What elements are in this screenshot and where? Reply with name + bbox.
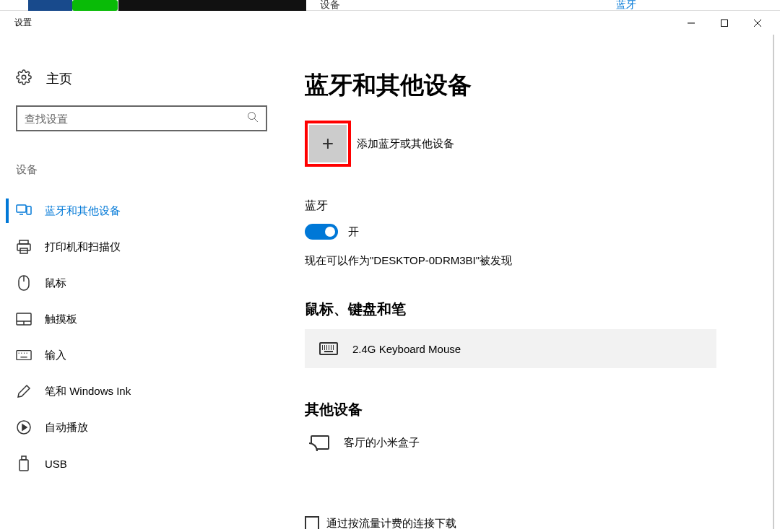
sidebar-item-label: 触摸板	[45, 313, 77, 326]
svg-rect-7	[17, 205, 26, 212]
home-link[interactable]: 主页	[6, 69, 273, 88]
bluetooth-subheading: 蓝牙	[305, 199, 750, 214]
device-name: 客厅的小米盒子	[344, 436, 420, 450]
svg-point-4	[22, 75, 26, 79]
svg-line-6	[254, 118, 258, 122]
sidebar-item-label: 输入	[45, 349, 66, 362]
bluetooth-toggle[interactable]	[305, 224, 338, 240]
sidebar-item-label: 打印机和扫描仪	[45, 240, 121, 254]
devices-icon	[16, 204, 32, 217]
touchpad-icon	[16, 313, 32, 326]
maximize-button[interactable]	[708, 11, 741, 35]
sidebar-item-label: 自动播放	[45, 421, 88, 435]
svg-marker-25	[22, 424, 27, 430]
search-input[interactable]	[25, 113, 247, 125]
section-other-devices: 其他设备	[305, 400, 750, 419]
sidebar-item-pen[interactable]: 笔和 Windows Ink	[6, 373, 273, 409]
sidebar-item-typing[interactable]: 输入	[6, 337, 273, 373]
metered-download-row: 通过按流量计费的连接下载	[305, 516, 750, 529]
main-content: 蓝牙和其他设备 + 添加蓝牙或其他设备 蓝牙 开 现在可以作为"DESKTOP-…	[273, 35, 774, 529]
discoverable-text: 现在可以作为"DESKTOP-0DRM3BI"被发现	[305, 254, 750, 268]
sidebar: 主页 设备 蓝牙和其他设备 打印机和扫描仪	[6, 35, 273, 529]
sidebar-item-usb[interactable]: USB	[6, 445, 273, 481]
device-name: 2.4G Keyboard Mouse	[352, 343, 461, 355]
sidebar-item-label: 蓝牙和其他设备	[45, 204, 121, 218]
window-title: 设置	[14, 17, 32, 29]
background-tab-label: 蓝牙	[616, 0, 636, 12]
svg-rect-27	[20, 460, 28, 471]
titlebar: 设置	[6, 11, 774, 35]
search-icon	[247, 111, 259, 126]
taskbar-tile	[28, 0, 72, 11]
background-tab-label: 设备	[320, 0, 340, 12]
sidebar-item-autoplay[interactable]: 自动播放	[6, 409, 273, 445]
keyboard-icon	[16, 349, 32, 361]
sidebar-category: 设备	[6, 163, 273, 177]
add-device-button[interactable]: +	[309, 125, 347, 162]
device-item-other[interactable]: 客厅的小米盒子	[305, 429, 716, 455]
keyboard-icon	[319, 342, 338, 355]
printer-icon	[16, 240, 32, 254]
sidebar-item-printers[interactable]: 打印机和扫描仪	[6, 229, 273, 265]
svg-rect-1	[722, 19, 728, 26]
device-item-keyboard[interactable]: 2.4G Keyboard Mouse	[305, 329, 716, 368]
cast-device-icon	[311, 435, 329, 450]
svg-rect-18	[17, 351, 31, 360]
add-device-label: 添加蓝牙或其他设备	[357, 137, 454, 151]
search-box[interactable]	[16, 105, 267, 131]
sidebar-item-label: USB	[45, 458, 67, 470]
sidebar-item-mouse[interactable]: 鼠标	[6, 265, 273, 301]
sidebar-item-label: 鼠标	[45, 276, 66, 290]
svg-rect-11	[17, 244, 30, 250]
minimize-button[interactable]	[675, 11, 708, 35]
toggle-knob	[325, 227, 335, 237]
close-button[interactable]	[741, 11, 774, 35]
autoplay-icon	[16, 420, 32, 435]
page-title: 蓝牙和其他设备	[305, 69, 750, 102]
svg-rect-9	[27, 206, 31, 214]
metered-download-checkbox[interactable]	[305, 516, 319, 529]
sidebar-item-bluetooth-devices[interactable]: 蓝牙和其他设备	[6, 193, 273, 229]
toggle-state-label: 开	[348, 225, 359, 239]
metered-download-label: 通过按流量计费的连接下载	[326, 517, 456, 530]
pen-icon	[16, 384, 32, 398]
section-mouse-keyboard-pen: 鼠标、键盘和笔	[305, 300, 750, 319]
sidebar-item-touchpad[interactable]: 触摸板	[6, 301, 273, 337]
add-device-row: + 添加蓝牙或其他设备	[305, 121, 750, 167]
plus-icon: +	[322, 134, 334, 154]
usb-icon	[16, 455, 32, 471]
add-device-highlight: +	[305, 121, 351, 167]
taskbar-tile	[72, 0, 118, 11]
home-label: 主页	[46, 70, 72, 87]
mouse-icon	[16, 275, 32, 291]
gear-icon	[16, 69, 32, 88]
sidebar-item-label: 笔和 Windows Ink	[45, 385, 131, 398]
background-window-hint: 设备 蓝牙	[0, 0, 780, 11]
settings-window: 设置 主页	[6, 11, 774, 529]
taskbar-tile	[118, 0, 306, 11]
scrollbar[interactable]	[773, 35, 774, 529]
